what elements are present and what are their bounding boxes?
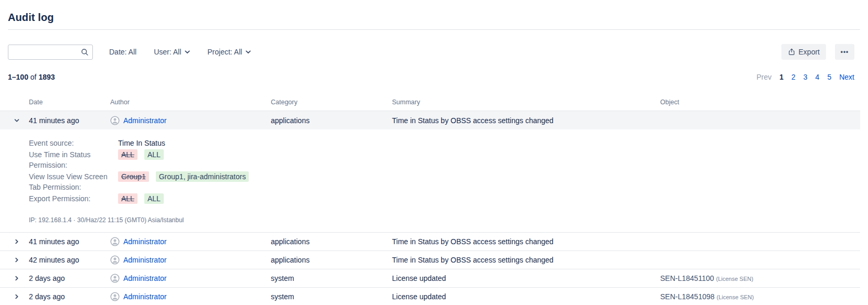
toolbar-actions: Export ••• <box>781 44 854 60</box>
avatar <box>110 274 120 283</box>
cell-object: SEN-L18451098(License SEN) <box>660 292 860 301</box>
results-bar: 1–100 of 1893 Prev 1 2 3 4 5 Next <box>8 73 854 81</box>
author-link[interactable]: Administrator <box>123 237 166 246</box>
author-link[interactable]: Administrator <box>123 116 166 125</box>
cell-object: SEN-L18451100(License SEN) <box>660 274 860 282</box>
filter-date-label: Date: All <box>109 48 136 56</box>
more-actions-button[interactable]: ••• <box>835 44 854 60</box>
cell-date: 2 days ago <box>29 274 110 282</box>
avatar <box>110 237 120 246</box>
ellipsis-icon: ••• <box>841 48 849 56</box>
cell-category: applications <box>271 256 392 264</box>
new-value-badge: ALL <box>144 149 164 160</box>
detail-label: View Issue View Screen Tab Permission: <box>29 171 118 192</box>
cell-summary: Time in Status by OBSS access settings c… <box>392 237 660 246</box>
author-link[interactable]: Administrator <box>123 256 166 264</box>
cell-summary: License updated <box>392 292 660 301</box>
object-id: SEN-L18451100 <box>660 274 714 282</box>
detail-field-use-permission: Use Time in Status Permission: ALL ALL <box>29 149 860 170</box>
chevron-right-icon <box>14 293 20 301</box>
chevron-right-icon <box>14 238 20 246</box>
results-total: 1893 <box>38 73 55 81</box>
chevron-right-icon <box>14 257 20 265</box>
header-divider <box>8 29 860 30</box>
new-value-badge: ALL <box>144 193 164 204</box>
old-value-badge: ALL <box>118 149 137 160</box>
new-value-badge: Group1, jira-administrators <box>156 171 249 182</box>
pagination-next[interactable]: Next <box>839 73 854 81</box>
cell-summary: Time in Status by OBSS access settings c… <box>392 256 660 264</box>
filter-bar: Date: All User: All Project: All <box>109 48 251 56</box>
cell-date: 41 minutes ago <box>29 237 110 246</box>
avatar <box>110 116 120 125</box>
chevron-down-icon <box>246 50 251 54</box>
pagination-page-4[interactable]: 4 <box>816 73 820 81</box>
avatar <box>110 292 120 301</box>
search-input[interactable] <box>8 45 93 60</box>
chevron-down-icon <box>185 50 190 54</box>
table-row[interactable]: 2 days ago Administrator system License … <box>0 287 860 305</box>
column-header-object: Object <box>660 99 860 106</box>
expand-row-button[interactable] <box>13 274 21 282</box>
search-icon[interactable] <box>81 48 89 56</box>
pagination-page-5[interactable]: 5 <box>827 73 831 81</box>
avatar <box>110 255 120 265</box>
cell-summary: License updated <box>392 274 660 282</box>
export-icon <box>788 48 796 56</box>
pagination-page-1[interactable]: 1 <box>779 73 784 81</box>
table-row[interactable]: 2 days ago Administrator system License … <box>0 269 860 287</box>
expand-row-button[interactable] <box>13 256 21 264</box>
author-link[interactable]: Administrator <box>123 274 166 282</box>
cell-category: applications <box>271 237 392 246</box>
expand-row-button[interactable] <box>13 237 21 246</box>
detail-field-view-permission: View Issue View Screen Tab Permission: G… <box>29 171 860 192</box>
search-box <box>8 45 93 60</box>
filter-user[interactable]: User: All <box>154 48 190 56</box>
detail-label: Use Time in Status Permission: <box>29 149 118 170</box>
filter-date[interactable]: Date: All <box>109 48 136 56</box>
cell-date: 2 days ago <box>29 292 110 301</box>
results-count: 1–100 of 1893 <box>8 73 55 81</box>
pagination-page-2[interactable]: 2 <box>791 73 796 81</box>
audit-log-table: Date Author Category Summary Object 41 m… <box>0 94 860 305</box>
table-row[interactable]: 41 minutes ago Administrator application… <box>0 232 860 250</box>
chevron-right-icon <box>14 275 20 283</box>
detail-value-text: Time In Status <box>118 138 165 148</box>
cell-date: 42 minutes ago <box>29 256 110 264</box>
cell-category: applications <box>271 116 392 125</box>
export-button[interactable]: Export <box>781 44 826 60</box>
detail-label: Event source: <box>29 138 118 148</box>
filter-user-label: User: All <box>154 48 181 56</box>
expand-row-button[interactable] <box>13 292 21 301</box>
table-row-expanded[interactable]: 41 minutes ago Administrator application… <box>0 111 860 129</box>
toolbar: Date: All User: All Project: All Export … <box>8 44 854 60</box>
author-link[interactable]: Administrator <box>123 292 166 301</box>
object-id: SEN-L18451098 <box>660 292 715 301</box>
cell-date: 41 minutes ago <box>29 116 110 125</box>
column-header-date: Date <box>29 99 110 106</box>
results-of: of <box>30 73 37 81</box>
pagination: Prev 1 2 3 4 5 Next <box>756 73 854 81</box>
pagination-prev[interactable]: Prev <box>756 73 771 81</box>
old-value-badge: ALL <box>118 193 137 204</box>
table-header-row: Date Author Category Summary Object <box>0 94 860 111</box>
expanded-details-panel: Event source: Time In Status Use Time in… <box>0 129 860 232</box>
filter-project[interactable]: Project: All <box>207 48 251 56</box>
cell-category: system <box>271 292 392 301</box>
collapse-row-button[interactable] <box>13 116 21 125</box>
chevron-down-icon <box>14 117 20 125</box>
page-title: Audit log <box>8 12 860 24</box>
cell-category: system <box>271 274 392 282</box>
column-header-summary: Summary <box>392 99 660 106</box>
pagination-page-3[interactable]: 3 <box>803 73 808 81</box>
detail-field-event-source: Event source: Time In Status <box>29 138 860 148</box>
table-row[interactable]: 42 minutes ago Administrator application… <box>0 250 860 269</box>
results-range: 1–100 <box>8 73 28 81</box>
detail-label: Export Permission: <box>29 193 118 204</box>
ip-info-line: IP: 192.168.1.4 · 30/Haz/22 11:15 (GMT0)… <box>29 216 860 232</box>
column-header-category: Category <box>271 99 392 106</box>
old-value-badge: Group1 <box>118 171 149 182</box>
page-header: Audit log <box>0 0 868 24</box>
cell-summary: Time in Status by OBSS access settings c… <box>392 116 660 125</box>
export-button-label: Export <box>799 48 820 56</box>
